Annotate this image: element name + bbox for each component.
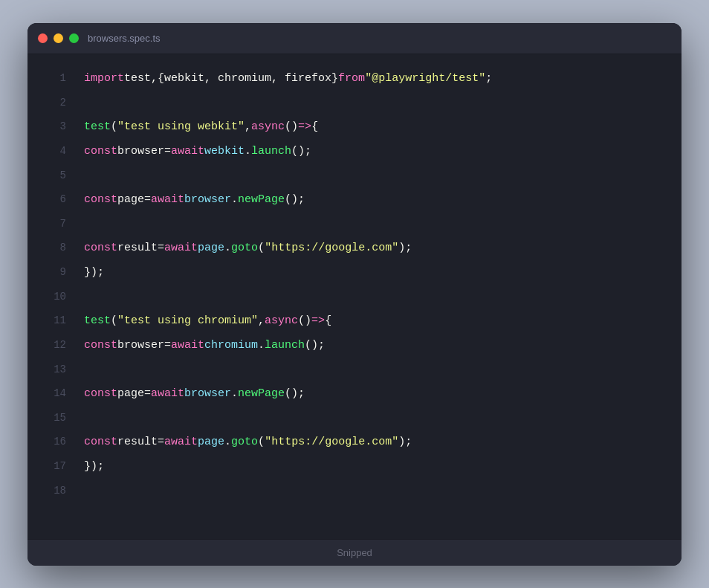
code-token: await [151,188,184,212]
code-line: 14 const page = await browser.newPage(); [27,381,682,406]
code-token: from [338,67,365,91]
code-token: result [117,236,158,260]
code-token: , [258,309,265,333]
code-line: 17}); [27,454,682,479]
line-number: 7 [42,212,66,236]
line-content: const page = await browser.newPage(); [84,382,305,406]
code-token: goto [231,236,258,260]
code-token: . [258,334,265,358]
line-number: 2 [42,91,66,114]
line-number: 9 [42,260,66,284]
code-token: ( [111,309,117,333]
code-token: () [298,309,311,333]
code-token: } [331,67,338,91]
code-token: page [117,382,144,406]
code-token: result [117,430,158,454]
line-content: const browser = await chromium.launch(); [84,334,325,358]
code-token: (); [291,140,311,164]
code-token: "test using chromium" [117,309,258,333]
line-content: test("test using chromium", async () => … [84,309,331,333]
line-number: 11 [42,308,66,332]
code-token: launch [251,140,291,164]
code-line: 10 [27,285,682,308]
code-token: const [84,188,117,212]
code-line: 4 const browser = await webkit.launch(); [27,139,682,164]
code-token: (); [305,334,325,358]
line-content: const browser = await webkit.launch(); [84,140,311,164]
code-window: browsers.spec.ts 1import test, { webkit,… [27,23,682,566]
code-token: . [224,236,231,260]
code-token: test, [124,67,158,91]
line-number: 14 [42,381,66,405]
line-content: }); [84,261,104,285]
code-line: 1import test, { webkit, chromium, firefo… [27,66,682,91]
code-token: ; [485,67,492,91]
code-token: page [198,236,224,260]
code-line: 9}); [27,260,682,285]
code-token: await [164,236,198,260]
code-token: = [144,188,151,212]
code-token: launch [265,334,305,358]
code-token: const [84,140,117,164]
code-token: await [151,382,184,406]
code-line: 11test("test using chromium", async () =… [27,308,682,333]
code-token: async [265,309,298,333]
line-number: 8 [42,236,66,259]
statusbar: Snipped [27,539,682,566]
code-token: (); [285,382,305,406]
code-token: await [164,430,198,454]
code-line: 3test("test using webkit", async () => { [27,114,682,139]
line-number: 3 [42,114,66,138]
code-token: browser [117,140,164,164]
code-line: 16 const result = await page.goto("https… [27,430,682,454]
code-token: ); [398,236,412,260]
code-token: . [224,430,231,454]
line-number: 5 [42,164,66,187]
line-content: const result = await page.goto("https://… [84,430,412,454]
line-number: 10 [42,285,66,308]
close-button[interactable] [38,33,48,43]
code-token: { [325,309,331,333]
code-token: await [171,334,204,358]
code-token: browser [117,334,164,358]
line-number: 16 [42,430,66,453]
code-line: 7 [27,212,682,236]
code-line: 6 const page = await browser.newPage(); [27,187,682,212]
code-token: = [144,382,151,406]
code-token: const [84,334,117,358]
line-content: test("test using webkit", async () => { [84,115,318,139]
code-token: await [171,140,204,164]
code-editor: 1import test, { webkit, chromium, firefo… [27,54,682,539]
code-token: browser [184,188,231,212]
code-token: webkit [204,140,245,164]
code-token: newPage [238,188,285,212]
code-token: "@playwright/test" [365,67,485,91]
line-number: 1 [42,66,66,90]
code-token: newPage [238,382,285,406]
code-token: page [117,188,144,212]
code-token: ( [111,115,117,139]
line-number: 4 [42,139,66,163]
code-token: "https://google.com" [265,430,398,454]
code-line: 13 [27,358,682,381]
line-content: const page = await browser.newPage(); [84,188,305,212]
code-token: }); [84,455,104,479]
code-token: () [285,115,298,139]
code-token: goto [231,430,258,454]
code-token: = [158,430,164,454]
code-token: => [311,309,325,333]
code-token: "test using webkit" [117,115,245,139]
traffic-lights [38,33,79,43]
code-token: ( [258,430,265,454]
maximize-button[interactable] [69,33,79,43]
code-token: const [84,382,117,406]
line-number: 15 [42,406,66,430]
code-token: , [245,115,251,139]
line-content: const result = await page.goto("https://… [84,236,412,260]
code-token: webkit, chromium, firefox [164,67,331,91]
line-content: }); [84,455,104,479]
code-token: test [84,115,111,139]
minimize-button[interactable] [54,33,63,43]
code-line: 18 [27,479,682,503]
code-token: . [245,140,251,164]
